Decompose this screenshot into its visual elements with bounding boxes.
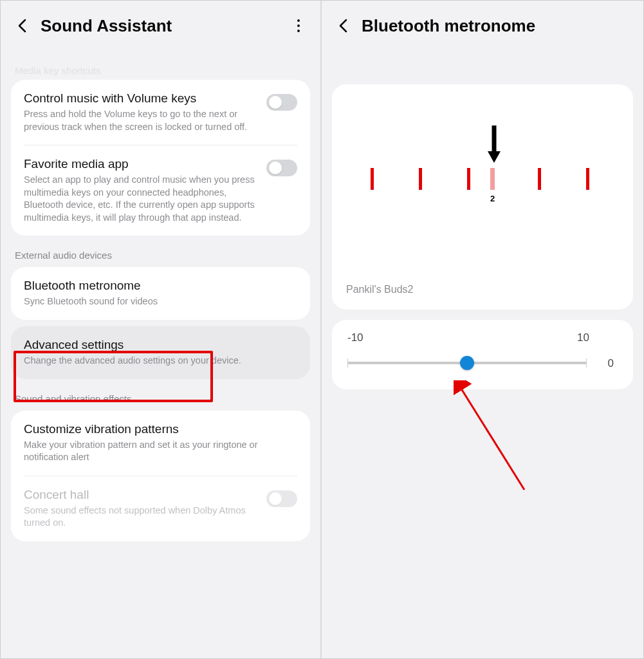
slider-min: -10 — [347, 331, 363, 344]
svg-line-1 — [460, 387, 524, 490]
card-bt-metronome: Bluetooth metronome Sync Bluetooth sound… — [11, 267, 310, 320]
item-subtitle: Make your vibration pattern and set it a… — [24, 439, 297, 464]
slider-knob[interactable] — [460, 356, 474, 370]
metronome-scale: 2 — [345, 129, 620, 232]
annotation-arrow-icon — [454, 380, 537, 496]
sync-slider[interactable]: 0 — [347, 356, 618, 370]
item-favorite-app[interactable]: Favorite media app Select an app to play… — [11, 145, 310, 236]
slider-range-labels: -10 10 — [347, 331, 618, 344]
item-subtitle: Some sound effects not supported when Do… — [24, 505, 257, 530]
item-control-music[interactable]: Control music with Volume keys Press and… — [11, 80, 310, 145]
metronome-card: 2 Pankil's Buds2 — [332, 84, 633, 310]
scale-tick — [419, 168, 422, 190]
slider-tick — [347, 358, 348, 367]
item-customize-vibration[interactable]: Customize vibration patterns Make your v… — [11, 411, 310, 476]
scale-value: 2 — [490, 194, 495, 203]
back-button[interactable] — [335, 17, 353, 35]
settings-pane: Sound Assistant Media key shortcuts Cont… — [1, 1, 322, 658]
card-media-keys: Control music with Volume keys Press and… — [11, 80, 310, 236]
chevron-left-icon — [338, 19, 349, 33]
settings-list: Media key shortcuts Control music with V… — [1, 65, 320, 541]
item-subtitle: Sync Bluetooth sound for videos — [24, 295, 297, 308]
page-title: Sound Assistant — [41, 16, 290, 36]
item-subtitle: Change the advanced audio settings on yo… — [24, 355, 297, 367]
card-sound-effects: Customize vibration patterns Make your v… — [11, 411, 310, 541]
scale-tick-current — [490, 168, 495, 190]
back-button[interactable] — [14, 17, 32, 35]
item-title: Control music with Volume keys — [24, 91, 257, 106]
toggle-concert-hall[interactable] — [266, 490, 297, 507]
item-title: Concert hall — [24, 488, 257, 502]
scale-tick — [538, 168, 541, 190]
slider-value: 0 — [608, 357, 614, 370]
item-title: Bluetooth metronome — [24, 279, 297, 293]
slider-card: -10 10 0 — [332, 320, 633, 389]
pointer-arrow-icon — [486, 123, 502, 167]
more-button[interactable] — [290, 19, 308, 32]
scale-tick — [371, 168, 374, 190]
scale-tick — [467, 168, 470, 190]
item-concert-hall[interactable]: Concert hall Some sound effects not supp… — [11, 476, 310, 541]
scale-tick — [586, 168, 589, 190]
item-bluetooth-metronome[interactable]: Bluetooth metronome Sync Bluetooth sound… — [11, 267, 310, 320]
item-advanced-settings[interactable]: Advanced settings Change the advanced au… — [11, 326, 310, 379]
toggle-control-music[interactable] — [266, 94, 297, 111]
item-subtitle: Select an app to play and control music … — [24, 174, 257, 224]
slider-tick — [586, 358, 587, 367]
card-advanced: Advanced settings Change the advanced au… — [11, 326, 310, 379]
faded-header: Media key shortcuts — [11, 65, 310, 80]
item-title: Advanced settings — [24, 338, 297, 352]
detail-pane: Bluetooth metronome 2 Pankil's Buds2 -10… — [322, 1, 643, 658]
item-title: Favorite media app — [24, 157, 257, 171]
section-sound-label: Sound and vibration effects — [11, 379, 310, 411]
chevron-left-icon — [17, 19, 28, 33]
header: Sound Assistant — [1, 1, 320, 46]
section-external-label: External audio devices — [11, 236, 310, 267]
slider-max: 10 — [577, 331, 589, 344]
header: Bluetooth metronome — [322, 1, 643, 46]
toggle-favorite-app[interactable] — [266, 160, 297, 176]
page-title: Bluetooth metronome — [362, 16, 630, 36]
item-subtitle: Press and hold the Volume keys to go to … — [24, 108, 257, 133]
item-title: Customize vibration patterns — [24, 422, 297, 436]
device-name: Pankil's Buds2 — [346, 284, 413, 295]
